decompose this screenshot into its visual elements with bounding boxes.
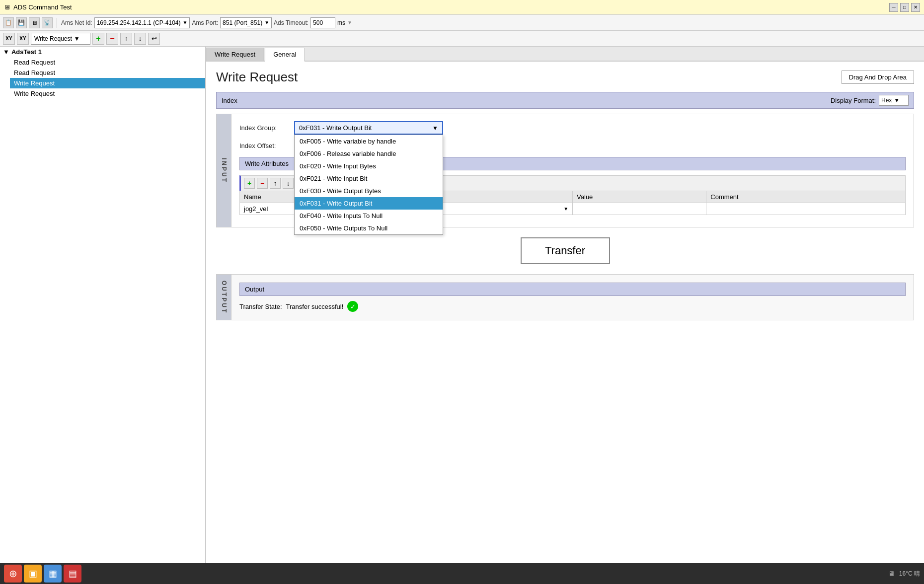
table-remove-button[interactable]: − — [257, 178, 268, 189]
toolbar-icon-2[interactable]: 💾 — [16, 17, 27, 28]
chart-icon: ▦ — [49, 568, 57, 579]
folder-icon: ▣ — [29, 568, 37, 579]
table-add-button[interactable]: + — [244, 178, 255, 189]
app-icon: 🖥 — [4, 3, 10, 11]
taskbar-app-chart[interactable]: ▦ — [44, 565, 62, 583]
page-title: Write Request — [216, 70, 298, 85]
dropdown-item-f020[interactable]: 0xF020 - Write Input Bytes — [295, 160, 443, 172]
output-panel-content: Output Transfer State: Transfer successf… — [231, 275, 914, 320]
display-format-select[interactable]: Hex ▼ — [879, 95, 909, 106]
dropdown-item-f031[interactable]: 0xF031 - Write Output Bit — [295, 197, 443, 210]
icon-btn-2[interactable]: XY — [17, 33, 29, 45]
toolbar-icon-3[interactable]: 🖥 — [29, 17, 40, 28]
toolbar-separator-1 — [57, 18, 57, 28]
sidebar-item-write-req-1[interactable]: Write Request — [10, 78, 205, 88]
title-bar-left: 🖥 ADS Command Test — [4, 3, 72, 11]
transfer-button[interactable]: Transfer — [521, 237, 610, 264]
dropdown-item-f050[interactable]: 0xF050 - Write Outputs To Null — [295, 222, 443, 234]
index-offset-label: Index Offset: — [239, 142, 289, 149]
dropdown-item-f005[interactable]: 0xF005 - Write variable by handle — [295, 135, 443, 147]
output-panel: OUTPUT Output Transfer State: Transfer s… — [216, 274, 914, 320]
move-down-button[interactable]: ↓ — [134, 33, 146, 45]
cell-value[interactable] — [573, 203, 706, 215]
transfer-state: Transfer State: Transfer successful! ✓ — [239, 301, 906, 312]
ams-port-arrow-icon: ▼ — [264, 20, 269, 25]
sidebar-item-read-req-2[interactable]: Read Request — [10, 68, 205, 78]
ams-port-value: 851 (Port_851) — [223, 19, 262, 26]
undo-button[interactable]: ↩ — [148, 33, 160, 45]
secondary-toolbar: XY XY Write Request ▼ + − ↑ ↓ ↩ — [0, 31, 924, 47]
tab-general[interactable]: General — [265, 48, 305, 62]
page-header: Write Request Drag And Drop Area — [216, 70, 914, 85]
main-toolbar: 📋 💾 🖥 📡 Ams Net Id: 169.254.254.142.1.1 … — [0, 15, 924, 31]
index-section-header: Index Display Format: Hex ▼ — [216, 92, 914, 109]
taskbar-left: ⊕ ▣ ▦ ▤ — [4, 565, 81, 583]
dropdown-item-f021[interactable]: 0xF021 - Write Input Bit — [295, 172, 443, 185]
index-group-selected-value: 0xF031 - Write Output Bit — [299, 124, 372, 132]
write-attrs-title: Write Attributes — [245, 160, 289, 167]
dropdown-arrow-icon: ▼ — [347, 20, 352, 25]
move-up-button[interactable]: ↑ — [120, 33, 132, 45]
tab-write-request[interactable]: Write Request — [206, 48, 264, 61]
tree-root[interactable]: ▼ AdsTest 1 — [0, 47, 205, 57]
chrome-icon: ⊕ — [9, 568, 17, 580]
taskbar-app-pdf[interactable]: ▤ — [64, 565, 81, 583]
toolbar-icon-4[interactable]: 📡 — [42, 17, 53, 28]
col-comment: Comment — [706, 191, 906, 203]
icon-btn-1[interactable]: XY — [3, 33, 15, 45]
sidebar-item-write-req-2[interactable]: Write Request — [10, 88, 205, 99]
title-bar-controls: ─ □ ✕ — [889, 3, 920, 12]
table-up-button[interactable]: ↑ — [270, 178, 281, 189]
input-panel-toggle[interactable]: INPUT — [217, 114, 231, 227]
ads-timeout-input[interactable] — [310, 17, 335, 28]
table-down-button[interactable]: ↓ — [283, 178, 294, 189]
tree-root-arrow-icon: ▼ — [3, 48, 9, 56]
drag-drop-area-button[interactable]: Drag And Drop Area — [842, 71, 914, 84]
sidebar: ▼ AdsTest 1 Read Request Read Request Wr… — [0, 47, 206, 584]
display-format-label: Display Format: — [831, 97, 876, 104]
dropdown-item-f040[interactable]: 0xF040 - Write Inputs To Null — [295, 210, 443, 222]
sidebar-item-read-req-1-label: Read Request — [14, 59, 55, 66]
toolbar-icon-1[interactable]: 📋 — [3, 17, 14, 28]
index-group-row: Index Group: 0xF031 - Write Output Bit ▼… — [239, 121, 906, 135]
request-type-combo[interactable]: Write Request ▼ — [31, 33, 90, 45]
maximize-button[interactable]: □ — [900, 3, 909, 12]
input-panel: INPUT Index Group: 0xF031 - Write Output… — [216, 114, 914, 227]
close-button[interactable]: ✕ — [911, 3, 920, 12]
index-group-dropdown-wrapper: 0xF031 - Write Output Bit ▼ 0xF005 - Wri… — [294, 121, 443, 135]
title-bar: 🖥 ADS Command Test ─ □ ✕ — [0, 0, 924, 15]
transfer-state-label: Transfer State: — [239, 303, 282, 310]
add-item-button[interactable]: + — [92, 33, 104, 45]
ams-net-id-label: Ams Net Id: — [61, 19, 92, 26]
index-group-label: Index Group: — [239, 124, 289, 132]
request-type-label: Write Request — [34, 35, 72, 42]
ams-net-id-value: 169.254.254.142.1.1 (CP-4104) — [97, 19, 181, 26]
display-format-value: Hex — [881, 97, 892, 104]
app-title: ADS Command Test — [13, 3, 72, 11]
scroll-content: Write Request Drag And Drop Area Index D… — [206, 62, 924, 584]
request-type-arrow-icon: ▼ — [74, 35, 80, 42]
remove-item-button[interactable]: − — [106, 33, 118, 45]
tab-bar: Write Request General — [206, 47, 924, 62]
sidebar-item-read-req-1[interactable]: Read Request — [10, 57, 205, 68]
ams-port-combo[interactable]: 851 (Port_851) ▼ — [220, 17, 272, 28]
index-group-combo[interactable]: 0xF031 - Write Output Bit ▼ — [294, 121, 443, 135]
sidebar-item-write-req-1-label: Write Request — [14, 79, 55, 87]
index-group-dropdown-menu: 0xF005 - Write variable by handle 0xF006… — [294, 135, 443, 235]
display-format-arrow-icon: ▼ — [894, 97, 900, 104]
ams-net-id-combo[interactable]: 169.254.254.142.1.1 (CP-4104) ▼ — [94, 17, 190, 28]
taskbar-app-chrome[interactable]: ⊕ — [4, 565, 22, 583]
col-value: Value — [573, 191, 706, 203]
dropdown-item-f006[interactable]: 0xF006 - Release variable handle — [295, 147, 443, 160]
minimize-button[interactable]: ─ — [889, 3, 898, 12]
index-group-arrow-icon: ▼ — [432, 125, 438, 132]
ams-port-label: Ams Port: — [192, 19, 218, 26]
taskbar: ⊕ ▣ ▦ ▤ 🖥 16°C 晴 — [0, 563, 924, 584]
transfer-success-icon: ✓ — [347, 301, 358, 312]
temperature-label: 16°C 晴 — [899, 570, 920, 578]
taskbar-app-folder[interactable]: ▣ — [24, 565, 42, 583]
tree-root-label: AdsTest 1 — [11, 48, 42, 56]
sidebar-item-read-req-2-label: Read Request — [14, 69, 55, 76]
output-panel-toggle[interactable]: OUTPUT — [217, 275, 231, 320]
dropdown-item-f030[interactable]: 0xF030 - Write Output Bytes — [295, 185, 443, 197]
